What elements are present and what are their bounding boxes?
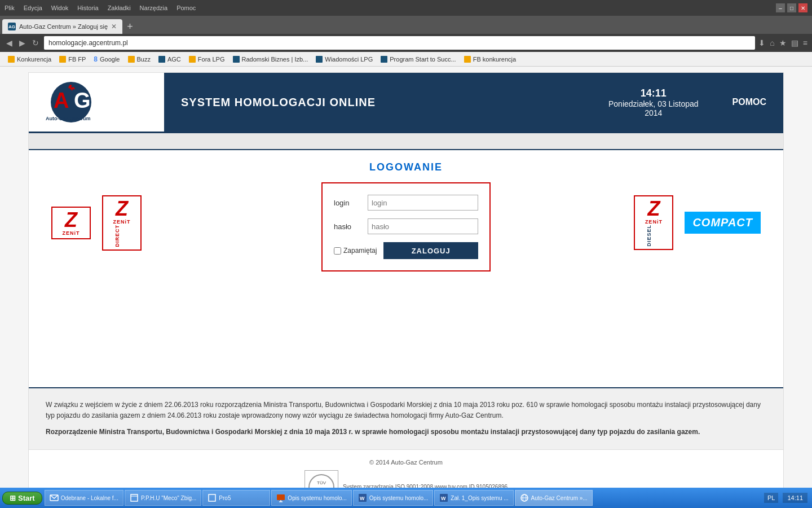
bookmark-foralpg[interactable]: Fora LPG (186, 55, 228, 63)
brand-logos-left: Z ZENiT Z ZENiT DIRECT (51, 195, 142, 251)
menu-plik[interactable]: Plik (5, 5, 15, 11)
folder-icon (158, 56, 165, 63)
password-input[interactable] (368, 218, 478, 234)
active-tab[interactable]: AG Auto-Gaz Centrum » Zaloguj się ✕ (2, 19, 122, 34)
menu-pomoc[interactable]: Pomoc (176, 5, 196, 11)
cert-badge: TÜV Rheinland CERTIFIED System zarządzan… (304, 470, 508, 488)
header-time: 14:11 (608, 87, 699, 99)
taskbar-item-label: Auto-Gaz Centrum »... (531, 495, 588, 501)
window-icon (208, 493, 217, 502)
taskbar-item-odebrane[interactable]: Odebrane - Lokalne f... (45, 490, 123, 506)
close-button[interactable]: ✕ (798, 3, 807, 12)
back-button[interactable]: ◀ (5, 38, 14, 47)
reader-icon[interactable]: ▤ (791, 38, 798, 47)
bookmark-konkurencja[interactable]: Konkurencja (5, 55, 55, 63)
taskbar-item-pro5[interactable]: Pro5 (202, 490, 270, 506)
close-tab-button[interactable]: ✕ (111, 23, 117, 30)
bookmark-fbfp[interactable]: FB FP (56, 55, 89, 63)
login-input[interactable] (368, 195, 478, 211)
help-button[interactable]: POMOC (732, 97, 766, 107)
home-icon[interactable]: ⌂ (770, 38, 774, 47)
site-header: A G Auto-Gaz Centrum SYSTEM HOMOLOGACJI … (29, 73, 783, 133)
logo-area: A G Auto-Gaz Centrum (29, 73, 164, 132)
page-content: A G Auto-Gaz Centrum SYSTEM HOMOLOGACJI … (0, 67, 812, 488)
agc-logo: A G Auto-Gaz Centrum (40, 80, 125, 125)
taskbar-item-pphu[interactable]: P.P.H.U "Meco" Zbig... (125, 490, 201, 506)
menu-edycja[interactable]: Edycja (24, 5, 42, 11)
bookmarks-bar: Konkurencja FB FP 8 Google Buzz AGC Fora… (0, 52, 812, 67)
bookmark-wiadomosci[interactable]: Wiadomości LPG (312, 55, 376, 63)
address-input[interactable] (44, 36, 755, 50)
remember-checkbox[interactable] (334, 247, 341, 255)
window-icon (130, 493, 139, 502)
window-controls[interactable]: – □ ✕ (776, 3, 807, 12)
system-name: SYSTEM HOMOLOGACJI ONLINE (181, 96, 376, 109)
taskbar-item-opis1[interactable]: Opis systemu homolo... (271, 490, 351, 506)
start-button[interactable]: ⊞ Start (2, 492, 42, 505)
minimize-button[interactable]: – (776, 3, 785, 12)
taskbar: ⊞ Start Odebrane - Lokalne f... P.P.H.U … (0, 488, 812, 508)
password-label: hasło (334, 222, 368, 231)
site-footer: © 2014 Auto-Gaz Centrum TÜV Rheinland CE… (29, 449, 783, 488)
tab-favicon: AG (8, 23, 16, 30)
svg-text:TÜV: TÜV (317, 480, 326, 485)
bookmark-label: Google (100, 56, 120, 63)
login-box: login hasło Zapamiętaj ZALOGUJ (321, 182, 491, 271)
cert-image: TÜV Rheinland CERTIFIED (304, 470, 338, 488)
website: A G Auto-Gaz Centrum SYSTEM HOMOLOGACJI … (28, 72, 784, 488)
login-title: LOGOWANIE (40, 161, 772, 173)
google-icon: 8 (94, 55, 98, 63)
taskbar-item-label: Pro5 (219, 495, 231, 501)
taskbar-item-label: Zał. 1_Opis systemu ... (451, 495, 508, 501)
menu-historia[interactable]: Historia (77, 5, 98, 11)
header-date-line2: 2014 (608, 108, 699, 117)
bookmark-google[interactable]: 8 Google (90, 55, 123, 64)
copyright: © 2014 Auto-Gaz Centrum (38, 459, 774, 466)
folder-icon (189, 56, 196, 63)
new-tab-button[interactable]: + (122, 19, 138, 34)
bookmark-star-icon[interactable]: ★ (779, 38, 787, 47)
bookmark-fbkonkurencja[interactable]: FB konkurencja (461, 55, 519, 63)
menu-zakladki[interactable]: Zakładki (108, 5, 131, 11)
taskbar-item-zal[interactable]: W Zał. 1_Opis systemu ... (434, 490, 513, 506)
remember-label[interactable]: Zapamiętaj (334, 247, 377, 255)
bookmark-program[interactable]: Program Start to Succ... (377, 55, 459, 63)
folder-icon (128, 56, 135, 63)
bookmark-agc[interactable]: AGC (155, 55, 184, 63)
menu-narzedzia[interactable]: Narzędzia (140, 5, 168, 11)
bookmark-radomski[interactable]: Radomski Biznes | Izb... (230, 55, 312, 63)
taskbar-item-label: Odebrane - Lokalne f... (61, 495, 118, 501)
diesel-text: DIESEL (646, 225, 652, 247)
svg-text:A: A (54, 89, 69, 112)
zenit-direct-logo: Z ZENiT DIRECT (102, 195, 142, 251)
menu-bar[interactable]: Plik Edycja Widok Historia Zakładki Narz… (5, 5, 196, 11)
folder-icon (59, 56, 66, 63)
bookmark-label: Program Start to Succ... (390, 56, 456, 63)
remember-text: Zapamiętaj (343, 247, 377, 255)
taskbar-item-label: P.P.H.U "Meco" Zbig... (141, 495, 196, 501)
login-button[interactable]: ZALOGUJ (383, 242, 478, 259)
zenit-z-icon: Z (65, 210, 77, 230)
bookmark-buzz[interactable]: Buzz (125, 55, 154, 63)
maximize-button[interactable]: □ (787, 3, 796, 12)
bookmark-label: Konkurencja (17, 56, 51, 63)
download-icon[interactable]: ⬇ (758, 38, 765, 47)
svg-text:W: W (441, 496, 446, 501)
svg-text:W: W (360, 496, 365, 501)
address-bar: ◀ ▶ ↻ ⬇ ⌂ ★ ▤ ≡ (0, 34, 812, 52)
bookmark-label: Fora LPG (198, 56, 225, 63)
menu-widok[interactable]: Widok (51, 5, 69, 11)
header-banner: SYSTEM HOMOLOGACJI ONLINE 14:11 Poniedzi… (164, 73, 783, 132)
forward-button[interactable]: ▶ (17, 38, 27, 47)
menu-icon[interactable]: ≡ (803, 38, 807, 47)
folder-icon (8, 56, 15, 63)
zenit-direct-name: ZENiT (113, 219, 131, 225)
site-nav (29, 133, 783, 150)
page-icon (233, 56, 240, 63)
refresh-button[interactable]: ↻ (30, 38, 41, 47)
word-icon: W (358, 493, 367, 502)
taskbar-item-agc[interactable]: Auto-Gaz Centrum »... (515, 490, 593, 506)
start-label: Start (18, 494, 35, 502)
word-icon: W (439, 493, 448, 502)
taskbar-item-opis2[interactable]: W Opis systemu homolo... (353, 490, 433, 506)
